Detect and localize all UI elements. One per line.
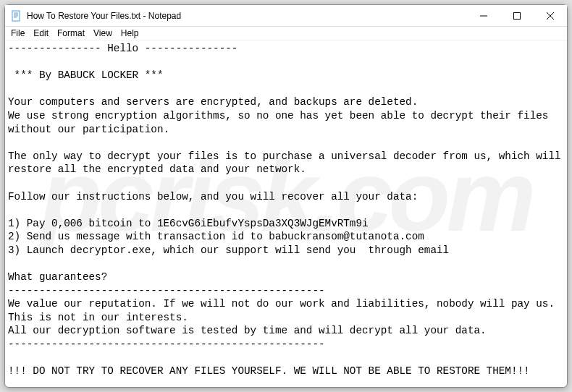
text-area[interactable]: --------------- Hello --------------- **… [5, 41, 567, 387]
titlebar: How To Restore Your Files.txt - Notepad [5, 5, 567, 27]
notepad-icon [11, 10, 22, 22]
menu-edit[interactable]: Edit [29, 27, 53, 39]
notepad-window: How To Restore Your Files.txt - Notepad … [4, 4, 568, 388]
maximize-button[interactable] [500, 5, 534, 26]
menu-help[interactable]: Help [117, 27, 143, 39]
minimize-button[interactable] [467, 5, 500, 26]
menu-file[interactable]: File [7, 27, 29, 39]
menubar: File Edit Format View Help [5, 27, 567, 41]
window-controls [467, 5, 567, 26]
svg-rect-6 [514, 12, 521, 19]
window-title: How To Restore Your Files.txt - Notepad [27, 11, 467, 21]
menu-format[interactable]: Format [53, 27, 89, 39]
menu-view[interactable]: View [89, 27, 117, 39]
close-button[interactable] [534, 5, 567, 26]
